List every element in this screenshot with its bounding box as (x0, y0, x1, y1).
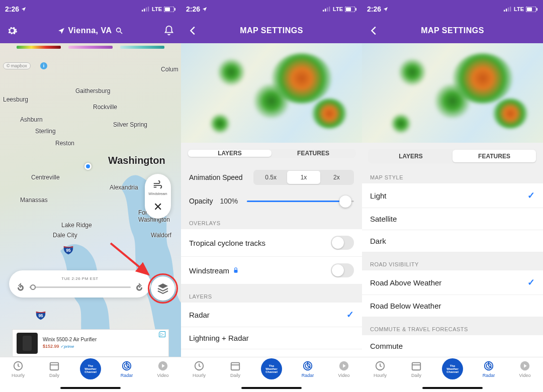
tab-hourly[interactable]: Hourly (3, 360, 33, 378)
screen-radar-map: 2:26 LTE Vienna, VA (0, 0, 181, 392)
close-icon[interactable]: ✕ (153, 201, 162, 214)
ad-choices-icon[interactable]: ▷ (159, 331, 165, 337)
location-services-icon (21, 7, 26, 12)
back-arrow-icon[interactable] (187, 25, 199, 37)
speed-1x[interactable]: 1x (287, 171, 320, 184)
city-label: Waldorf (151, 232, 171, 239)
play-icon (157, 360, 168, 371)
row-dark[interactable]: Dark (362, 230, 543, 252)
row-commute[interactable]: Commute (362, 335, 543, 357)
svg-rect-25 (234, 270, 238, 273)
settings-gear-icon[interactable] (6, 25, 18, 37)
home-indicator[interactable] (60, 387, 121, 389)
city-label: Gaithersburg (75, 87, 110, 94)
radar-timeline[interactable]: TUE 2:26 PM EST (9, 270, 151, 298)
seg-features[interactable]: FEATURES (452, 150, 536, 162)
city-label: Colum (161, 66, 178, 73)
signal-icon (142, 7, 150, 12)
tab-radar[interactable]: Radar (474, 360, 504, 378)
search-icon (115, 27, 123, 35)
speed-2x[interactable]: 2x (320, 171, 353, 184)
map-layers-button[interactable] (151, 276, 175, 301)
toggle-windstream[interactable] (331, 263, 354, 277)
svg-rect-3 (148, 7, 149, 12)
row-road-below[interactable]: Road Below Weather (362, 295, 543, 317)
notifications-bell-icon[interactable] (163, 25, 175, 37)
row-windstream[interactable]: Windstream (181, 257, 362, 284)
timeline-thumb[interactable] (30, 284, 36, 290)
mapbox-attribution[interactable]: © mapbox (3, 62, 31, 69)
clock-icon (194, 360, 205, 371)
bottom-tab-bar: Hourly Daily The Weather Channel Radar V… (0, 357, 181, 392)
row-road-above[interactable]: Road Above Weather✓ (362, 270, 543, 295)
timeline-track[interactable] (29, 286, 131, 288)
row-radar-clouds[interactable]: Radar / Clouds (181, 349, 362, 357)
network-label: LTE (152, 6, 162, 12)
toggle-tropical[interactable] (331, 236, 354, 250)
tab-video[interactable]: Video (329, 360, 359, 378)
row-light[interactable]: Light✓ (362, 183, 543, 208)
settings-title: MAP SETTINGS (421, 26, 484, 35)
tab-radar[interactable]: Radar (293, 360, 323, 378)
seg-features[interactable]: FEATURES (272, 150, 355, 157)
slider-knob[interactable] (339, 195, 351, 208)
weather-channel-logo: The Weather Channel (80, 358, 101, 379)
tab-home[interactable]: The Weather Channel (256, 360, 287, 379)
tab-home[interactable]: The Weather Channel (75, 360, 106, 379)
clock-icon (13, 360, 24, 371)
status-bar: 2:26 LTE (0, 0, 181, 18)
wind-icon[interactable] (152, 179, 163, 190)
seg-layers[interactable]: LAYERS (369, 150, 452, 162)
svg-rect-32 (504, 10, 505, 12)
tab-daily[interactable]: Daily (39, 360, 69, 378)
advertisement-banner[interactable]: Winix 5500-2 Air Purifier $152.99 ✓prime… (12, 329, 169, 357)
radar-preview-map[interactable] (181, 43, 362, 143)
row-tropical[interactable]: Tropical cyclone tracks (181, 229, 362, 257)
battery-icon (526, 7, 538, 12)
layers-features-segmented[interactable]: LAYERS FEATURES (187, 149, 356, 158)
city-label: Silver Spring (113, 121, 147, 128)
radar-preview-map[interactable] (362, 43, 543, 143)
svg-rect-2 (146, 8, 147, 12)
row-lightning-radar[interactable]: Lightning + Radar (181, 327, 362, 349)
battery-icon (345, 7, 357, 12)
city-label: Leesburg (3, 96, 28, 103)
history-back-icon[interactable] (16, 283, 25, 292)
signal-icon (504, 7, 512, 12)
speed-segmented[interactable]: 0.5x 1x 2x (253, 170, 354, 185)
svg-rect-34 (508, 8, 509, 12)
city-label: Reston (55, 140, 74, 147)
back-arrow-icon[interactable] (368, 25, 380, 37)
city-label: Centreville (31, 174, 60, 181)
section-layers: LAYERS (181, 284, 362, 303)
tab-video[interactable]: Video (148, 360, 178, 378)
ad-thumbnail (17, 333, 38, 354)
speed-0-5x[interactable]: 0.5x (254, 171, 287, 184)
radar-icon (121, 360, 132, 371)
info-icon[interactable]: i (40, 62, 47, 69)
tab-hourly[interactable]: Hourly (184, 360, 214, 378)
interstate-shield-icon: 95 (35, 310, 46, 321)
home-indicator[interactable] (241, 387, 302, 389)
seg-layers[interactable]: LAYERS (188, 150, 272, 157)
layers-features-segmented[interactable]: LAYERS FEATURES (368, 149, 537, 163)
tab-video[interactable]: Video (510, 360, 540, 378)
tab-daily[interactable]: Daily (220, 360, 250, 378)
radar-map[interactable]: © mapbox i Colum Gaithersburg Rockville … (0, 43, 181, 357)
row-satellite[interactable]: Satellite (362, 208, 543, 230)
row-radar[interactable]: Radar✓ (181, 303, 362, 327)
opacity-slider[interactable] (247, 201, 354, 202)
tab-hourly[interactable]: Hourly (365, 360, 395, 378)
history-forward-icon[interactable] (135, 283, 144, 292)
svg-rect-27 (231, 363, 240, 370)
tab-home[interactable]: The Weather Channel (437, 360, 468, 379)
location-picker[interactable]: Vienna, VA (58, 26, 123, 35)
calendar-icon (411, 360, 422, 371)
tab-radar[interactable]: Radar (112, 360, 142, 378)
timeline-time: TUE 2:26 PM EST (61, 276, 98, 281)
section-overlays: OVERLAYS (181, 211, 362, 229)
svg-rect-18 (323, 10, 324, 12)
tab-daily[interactable]: Daily (401, 360, 431, 378)
bottom-tab-bar: Hourly Daily The Weather Channel Radar V… (181, 357, 362, 392)
home-indicator[interactable] (422, 387, 483, 389)
